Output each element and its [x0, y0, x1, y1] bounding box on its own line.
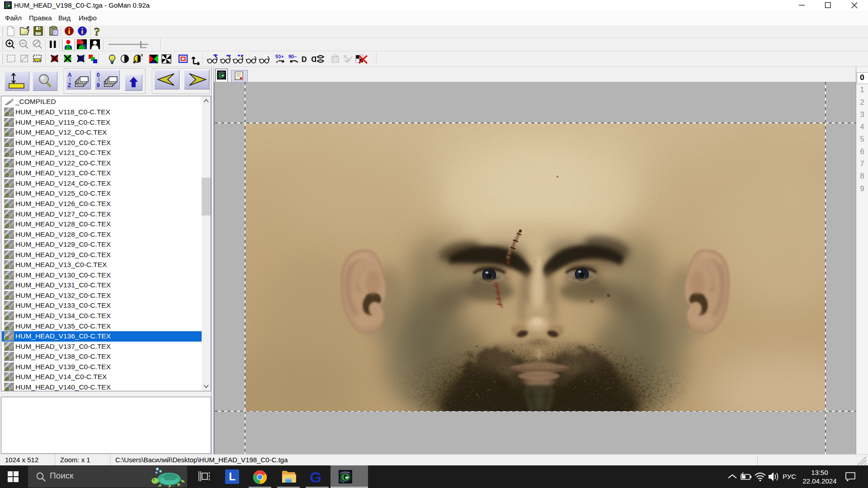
svg-text:D: D	[302, 56, 307, 63]
svg-text:A: A	[68, 72, 72, 78]
svg-text:9: 9	[97, 82, 100, 89]
svg-text:Z: Z	[68, 82, 71, 89]
svg-text:G: G	[310, 469, 321, 484]
svg-text:D: D	[311, 56, 316, 63]
svg-text:90–: 90–	[288, 54, 297, 59]
svg-text:90+: 90+	[275, 54, 284, 59]
svg-text:?: ?	[94, 26, 100, 37]
svg-text:0: 0	[97, 72, 100, 78]
